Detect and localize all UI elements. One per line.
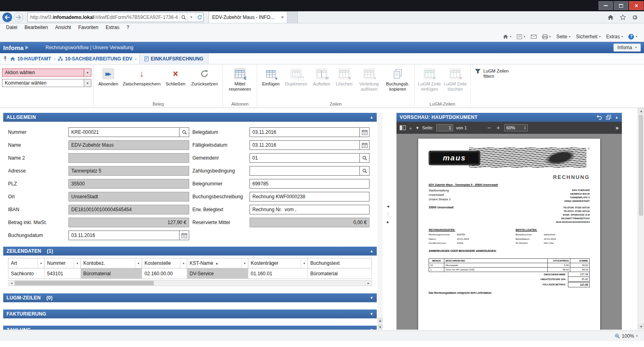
gemeindenr-input[interactable] bbox=[250, 154, 359, 162]
tab-close-icon[interactable]: × bbox=[281, 15, 284, 20]
belegdatum-input[interactable] bbox=[250, 128, 359, 137]
undo-icon[interactable] bbox=[597, 115, 602, 120]
scroll-left-icon[interactable]: ◄ bbox=[8, 280, 15, 286]
scrollbar-thumb[interactable] bbox=[15, 281, 154, 285]
scroll-right-icon[interactable]: ► bbox=[365, 280, 372, 286]
menu-extras[interactable]: Extras bbox=[102, 24, 123, 31]
collapse-icon[interactable]: ▲ bbox=[615, 115, 619, 119]
chevron-down-icon[interactable]: ▾ bbox=[180, 258, 187, 268]
preview-section-header[interactable]: VORSCHAU: HAUPTDOKUMENT ▲ bbox=[396, 113, 622, 122]
zoom-in-button[interactable]: + bbox=[495, 125, 502, 131]
buchungsb-kopieren-button[interactable]: Buchungsb. kopieren bbox=[383, 66, 412, 98]
zahlung-section-header[interactable]: ZAHLUNG ▼ bbox=[3, 326, 377, 330]
chevron-down-icon[interactable]: ▾ bbox=[84, 79, 91, 87]
cell-art[interactable]: Sachkonto bbox=[8, 268, 45, 278]
search-icon[interactable] bbox=[359, 154, 369, 162]
absenden-button[interactable]: ▶▶ Absenden bbox=[96, 66, 121, 98]
menu-help[interactable]: ? bbox=[123, 24, 133, 31]
calendar-icon[interactable] bbox=[179, 231, 189, 240]
search-icon[interactable] bbox=[179, 128, 189, 137]
column-header-kontobez[interactable]: Kontobez. ▾ bbox=[81, 258, 142, 268]
more-tools-icon[interactable]: » bbox=[615, 125, 619, 131]
autocomplete-chevron-icon[interactable]: ▾ bbox=[187, 13, 195, 22]
chevron-down-icon[interactable]: ▾ bbox=[84, 69, 91, 76]
gear-icon[interactable] bbox=[630, 12, 640, 22]
mittel-reservieren-button[interactable]: € Mittel reservieren bbox=[225, 66, 255, 98]
browser-zoom-control[interactable]: 100% ▾ bbox=[615, 333, 644, 339]
minimize-button[interactable] bbox=[599, 1, 613, 10]
kommentar-dropdown[interactable]: Kommentar wählen ▾ bbox=[2, 79, 91, 87]
home-icon[interactable] bbox=[605, 12, 616, 22]
home-menu-button[interactable]: ▾ bbox=[500, 32, 514, 41]
allgemein-section-header[interactable]: ALLGEMEIN ▲ bbox=[3, 113, 377, 122]
tools-menu-button[interactable]: Extras ▾ bbox=[603, 32, 626, 41]
favorites-star-icon[interactable] bbox=[617, 12, 628, 22]
zeilendaten-section-header[interactable]: ZEILENDATEN (1) ▲ bbox=[3, 247, 377, 256]
feeds-button[interactable]: ▾ bbox=[514, 32, 528, 41]
page-menu-button[interactable]: Seite ▾ bbox=[553, 32, 573, 41]
scrollbar-thumb[interactable] bbox=[639, 115, 643, 216]
document-viewport[interactable]: ® maus RECHNUNG EDV Zubehör Maus - Tanne… bbox=[396, 134, 622, 330]
print-button[interactable]: ▾ bbox=[539, 32, 554, 41]
forward-button[interactable] bbox=[14, 12, 23, 22]
einfuegen-button[interactable]: + Einfügen bbox=[259, 66, 283, 98]
panel-splitter[interactable]: ◄ ⋮ ► bbox=[385, 205, 391, 224]
popout-icon[interactable] bbox=[606, 115, 611, 120]
chevron-down-icon[interactable]: ▾ bbox=[135, 258, 142, 268]
scroll-up-icon[interactable]: ▲ bbox=[638, 108, 644, 114]
column-header-art[interactable]: Art ▾ bbox=[8, 258, 45, 268]
splitter-grip[interactable]: ⋮ bbox=[386, 212, 390, 216]
back-button[interactable] bbox=[2, 12, 12, 22]
menu-bearbeiten[interactable]: Bearbeiten bbox=[21, 24, 52, 31]
chevron-down-icon[interactable]: ▾ bbox=[74, 258, 80, 268]
chevron-down-icon[interactable]: ▾ bbox=[301, 258, 308, 268]
zahlungsbedingung-input[interactable] bbox=[250, 166, 359, 175]
column-header-kst-name[interactable]: KST-Name ▲ ▾ bbox=[187, 258, 248, 268]
buchungsdatum-input[interactable] bbox=[69, 231, 179, 240]
chevron-down-icon[interactable]: ▾ bbox=[241, 258, 248, 268]
new-tab-button[interactable] bbox=[287, 11, 298, 23]
cell-buchungstext[interactable]: Büromaterial bbox=[308, 268, 372, 278]
breadcrumb-einkaufsrechnung[interactable]: EINKAUFSRECHNUNG bbox=[139, 53, 208, 64]
breadcrumb-hauptamt[interactable]: 10-HAUPTAMT bbox=[10, 56, 51, 62]
collapse-right-icon[interactable]: ► bbox=[386, 220, 390, 224]
close-button[interactable]: × bbox=[629, 1, 644, 10]
vertical-scrollbar[interactable]: ▲ ▼ bbox=[638, 108, 644, 330]
form-scrollbar[interactable]: ▲ ▼ bbox=[378, 113, 383, 330]
cell-kostenstelle[interactable]: 02.160.00.00 bbox=[142, 268, 187, 278]
column-header-kostentraeger[interactable]: Kostenträger ▾ bbox=[248, 258, 308, 268]
menu-ansicht[interactable]: Ansicht bbox=[52, 24, 74, 31]
read-mail-button[interactable] bbox=[528, 32, 539, 41]
fakturierung-section-header[interactable]: FAKTURIERUNG ▼ bbox=[3, 310, 377, 318]
spinner-icon[interactable]: ▴▾ bbox=[524, 126, 526, 130]
zuruecksetzen-button[interactable]: Zurücksetzen bbox=[188, 66, 221, 98]
column-header-kostenstelle[interactable]: Kostenstelle ▾ bbox=[142, 258, 187, 268]
scroll-down-icon[interactable]: ▼ bbox=[638, 324, 644, 330]
refresh-icon[interactable] bbox=[195, 13, 203, 22]
faelligkeitsdatum-input[interactable] bbox=[250, 141, 359, 150]
lugm-section-header[interactable]: LUGM-ZEILEN (0) ▼ bbox=[3, 293, 377, 302]
lugm-filter-button[interactable]: LuGM Zeilen filtern bbox=[471, 64, 514, 108]
user-menu-button[interactable]: Infoma ▾ bbox=[613, 44, 641, 52]
scroll-up-icon[interactable]: ▲ bbox=[378, 318, 383, 323]
buchungsbeschreibung-input[interactable] bbox=[250, 192, 369, 201]
belegnummer-input[interactable] bbox=[250, 179, 369, 188]
breadcrumb-sachbearbeitung[interactable]: 10-SACHBEARBEITUNG EDV bbox=[58, 56, 132, 62]
help-menu-button[interactable]: ? ▾ bbox=[625, 32, 640, 41]
maximize-button[interactable] bbox=[614, 1, 628, 10]
next-page-icon[interactable]: ▼ bbox=[415, 126, 419, 130]
cell-nummer[interactable]: 543101 bbox=[45, 268, 81, 278]
scroll-down-icon[interactable]: ▼ bbox=[378, 324, 383, 330]
zoom-level-select[interactable]: 60% ▴▾ bbox=[504, 124, 528, 131]
page-number-input[interactable] bbox=[436, 124, 453, 131]
cell-kostentraeger[interactable]: 01.160.01 bbox=[248, 268, 308, 278]
column-header-buchungstext[interactable]: Buchungstext bbox=[308, 258, 372, 268]
erw-belegtext-input[interactable] bbox=[250, 205, 369, 214]
browser-tab[interactable]: EDV-Zubehör Maus - INFO... × bbox=[208, 11, 287, 23]
safety-menu-button[interactable]: Sicherheit ▾ bbox=[573, 32, 603, 41]
address-bar[interactable]: http://rwf3.infomademo.lokal/#/kwfEditFo… bbox=[27, 12, 204, 22]
pin-icon[interactable] bbox=[3, 56, 7, 62]
horizontal-scrollbar[interactable]: ◄ ► bbox=[8, 280, 372, 286]
search-icon[interactable] bbox=[179, 13, 187, 22]
thumbnails-panel-icon[interactable] bbox=[400, 125, 406, 130]
